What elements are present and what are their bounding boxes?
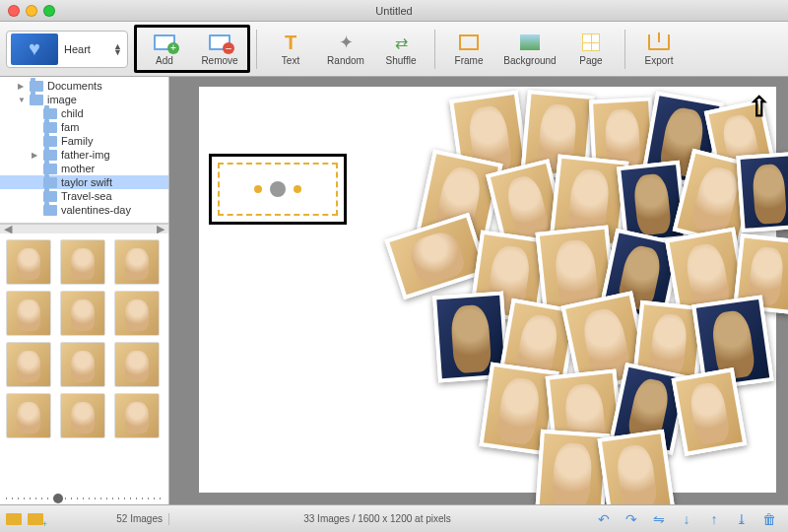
tree-item-label: Documents	[47, 80, 102, 92]
lock-icon[interactable]: ⤓	[733, 511, 751, 527]
toolbar: Heart ▲▼ Add Remove T Text ✦ Random ⇄ Sh…	[0, 22, 788, 77]
tree-item-label: taylor swift	[61, 176, 112, 188]
collage-photo[interactable]	[672, 367, 748, 456]
sidebar-status: 52 Images	[0, 513, 169, 525]
folder-icon	[43, 122, 57, 133]
tree-item[interactable]: valentines-day	[0, 203, 168, 217]
folder-icon	[43, 164, 57, 174]
folder-icon	[43, 191, 57, 202]
trash-icon[interactable]: 🗑	[760, 511, 778, 527]
canvas-info: 33 Images / 1600 x 1200 at pixels	[169, 513, 585, 524]
separator	[624, 30, 625, 69]
thumbnail[interactable]	[6, 291, 51, 336]
minimize-icon[interactable]	[26, 5, 37, 17]
annotation-arrow-icon: ⇧	[748, 91, 770, 123]
shape-selector[interactable]: Heart ▲▼	[6, 31, 128, 68]
tree-item-label: valentines-day	[61, 204, 131, 216]
thumbnail[interactable]	[114, 342, 160, 387]
flip-icon[interactable]: ⇋	[650, 511, 668, 527]
thumbnail[interactable]	[114, 393, 160, 438]
separator	[434, 30, 435, 69]
folder-icon	[43, 150, 57, 161]
thumbnail[interactable]	[114, 291, 160, 336]
thumbnail[interactable]	[6, 239, 51, 285]
rotate-right-icon[interactable]: ↷	[623, 511, 640, 527]
tree-item-label: image	[47, 94, 77, 105]
titlebar: Untitled	[0, 0, 788, 22]
window-controls	[8, 5, 55, 17]
placeholder-frame-icon	[218, 163, 338, 216]
folder-icon	[30, 95, 43, 105]
tree-item[interactable]: ▶father-img	[0, 148, 168, 162]
shape-label: Heart	[64, 43, 107, 55]
collage-canvas[interactable]	[199, 87, 776, 493]
add-remove-group: Add Remove	[134, 25, 250, 73]
tree-item[interactable]: ▶Documents	[0, 79, 168, 93]
image-count: 52 Images	[116, 513, 163, 524]
thumbnail[interactable]	[6, 393, 51, 438]
tree-item-label: Travel-sea	[61, 190, 112, 202]
thumbnail[interactable]	[60, 393, 105, 438]
tree-item[interactable]: mother	[0, 162, 168, 175]
background-button[interactable]: Background	[496, 28, 563, 70]
add-icon	[151, 32, 178, 53]
tree-scrollbar[interactable]: ◀▶	[0, 224, 168, 233]
thumbnail-size-slider[interactable]	[6, 495, 164, 502]
shuffle-icon: ⇄	[387, 32, 415, 53]
new-folder-icon[interactable]	[28, 513, 43, 525]
tree-item[interactable]: Travel-sea	[0, 189, 168, 203]
tree-item[interactable]: Family	[0, 134, 168, 148]
zoom-icon[interactable]	[43, 5, 55, 17]
sidebar: ▶Documents▼imagechildfamFamily▶father-im…	[0, 77, 169, 504]
thumbnail[interactable]	[60, 239, 105, 285]
stepper-icon[interactable]: ▲▼	[113, 43, 123, 55]
folder-tree[interactable]: ▶Documents▼imagechildfamFamily▶father-im…	[0, 77, 168, 224]
background-icon	[516, 32, 544, 53]
random-button[interactable]: ✦ Random	[318, 28, 373, 70]
tree-item[interactable]: child	[0, 106, 168, 120]
selected-placeholder[interactable]	[209, 154, 347, 225]
statusbar: 52 Images 33 Images / 1600 x 1200 at pix…	[0, 504, 788, 532]
wand-icon: ✦	[332, 32, 360, 53]
thumbnail[interactable]	[6, 342, 51, 387]
thumbnail[interactable]	[114, 239, 160, 285]
collage-photo[interactable]	[597, 430, 675, 504]
tree-item-label: child	[61, 107, 84, 119]
bring-forward-icon[interactable]: ↓	[678, 511, 695, 527]
folder-icon	[43, 205, 57, 216]
tree-item[interactable]: fam	[0, 120, 168, 134]
send-back-icon[interactable]: ↑	[705, 511, 723, 527]
remove-button[interactable]: Remove	[192, 28, 247, 70]
canvas-actions: ↶ ↷ ⇋ ↓ ↑ ⤓ 🗑	[585, 511, 788, 527]
window-title: Untitled	[375, 5, 412, 17]
frame-icon	[455, 32, 483, 53]
tree-item-label: mother	[61, 163, 95, 174]
add-button[interactable]: Add	[137, 28, 192, 70]
close-icon[interactable]	[8, 5, 20, 17]
page-icon	[577, 32, 605, 53]
folder-icon	[43, 108, 57, 119]
shuffle-button[interactable]: ⇄ Shuffle	[373, 28, 428, 70]
tree-item[interactable]: taylor swift	[0, 175, 168, 189]
folder-icon	[43, 177, 57, 188]
thumbnail-grid[interactable]	[0, 233, 168, 504]
page-button[interactable]: Page	[563, 28, 619, 70]
export-button[interactable]: Export	[631, 28, 687, 70]
collage-photo[interactable]	[736, 152, 788, 233]
thumbnail[interactable]	[60, 291, 105, 336]
folder-icon	[30, 81, 43, 92]
frame-button[interactable]: Frame	[441, 28, 496, 70]
export-icon	[645, 32, 673, 53]
thumbnail[interactable]	[60, 342, 105, 387]
tree-item-label: Family	[61, 135, 93, 147]
folder-icon	[43, 136, 57, 147]
rotate-left-icon[interactable]: ↶	[595, 511, 613, 527]
text-icon: T	[277, 32, 304, 53]
folder-icon[interactable]	[6, 513, 22, 525]
tree-item[interactable]: ▼image	[0, 93, 168, 106]
heart-shape-icon	[11, 33, 58, 65]
text-button[interactable]: T Text	[263, 28, 318, 70]
separator	[256, 30, 257, 69]
canvas-area[interactable]: ⇧	[169, 77, 788, 504]
tree-item-label: fam	[61, 121, 79, 133]
